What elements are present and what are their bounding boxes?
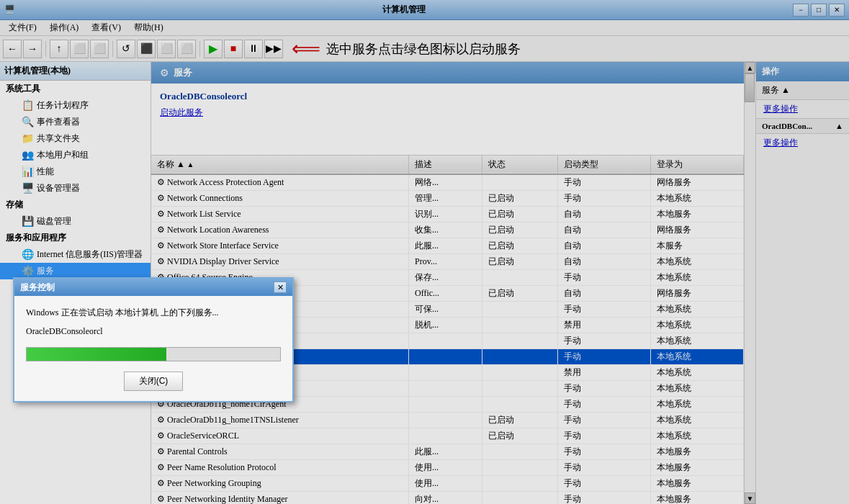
modal-service-name: OracleDBConsoleorcl: [26, 326, 281, 337]
progress-bar-fill: [27, 348, 166, 361]
modal-overlay: 服务控制 ✕ Windows 正在尝试启动 本地计算机 上的下列服务... Or…: [0, 0, 849, 504]
modal-titlebar: 服务控制 ✕: [14, 279, 292, 296]
service-control-dialog: 服务控制 ✕ Windows 正在尝试启动 本地计算机 上的下列服务... Or…: [13, 277, 294, 402]
modal-content: Windows 正在尝试启动 本地计算机 上的下列服务... OracleDBC…: [14, 296, 292, 401]
modal-close-button[interactable]: 关闭(C): [124, 372, 184, 391]
modal-title: 服务控制: [20, 282, 55, 294]
modal-close-icon[interactable]: ✕: [274, 282, 287, 293]
modal-buttons: 关闭(C): [26, 372, 281, 391]
modal-message: Windows 正在尝试启动 本地计算机 上的下列服务...: [26, 306, 281, 319]
progress-bar-container: [26, 347, 281, 361]
